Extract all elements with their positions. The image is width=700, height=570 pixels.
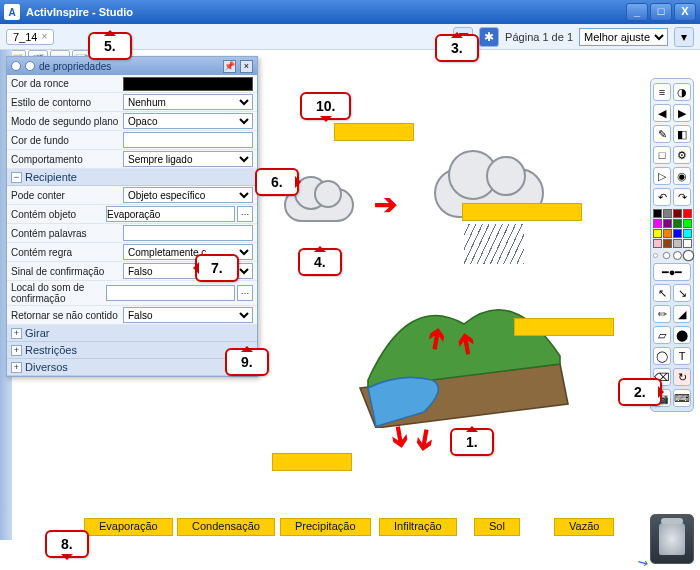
- color-swatch[interactable]: [683, 219, 692, 228]
- fill-tool-icon[interactable]: ⬤: [673, 326, 691, 344]
- color-swatch[interactable]: [673, 229, 682, 238]
- highlighter-tool-icon[interactable]: ◢: [673, 305, 691, 323]
- sound-location-input[interactable]: [106, 285, 235, 301]
- expand-icon[interactable]: +: [11, 345, 22, 356]
- toolbox-collapse-icon[interactable]: ◑: [673, 83, 691, 101]
- select-tool-icon[interactable]: ↖: [653, 284, 671, 302]
- zoom-dropdown-icon[interactable]: ▾: [674, 27, 694, 47]
- browse-object-button[interactable]: …: [237, 206, 253, 222]
- reset-tool-icon[interactable]: ↻: [673, 368, 691, 386]
- can-contain-select[interactable]: Objeto específico: [123, 187, 253, 203]
- drop-target[interactable]: [272, 453, 352, 471]
- trash-bin[interactable]: [650, 514, 694, 564]
- page-tab-close-icon[interactable]: ×: [41, 31, 47, 42]
- prop-label: Cor da ronce: [11, 78, 123, 89]
- drop-target[interactable]: [462, 203, 582, 221]
- page-tab[interactable]: 7_14 ×: [6, 29, 54, 45]
- slider-icon[interactable]: ━●━: [653, 263, 691, 281]
- color-swatches: [653, 209, 692, 248]
- word-label[interactable]: Condensação: [177, 518, 275, 536]
- redo-icon[interactable]: ↷: [673, 188, 691, 206]
- drop-target[interactable]: [334, 123, 414, 141]
- word-label[interactable]: Precipitação: [280, 518, 371, 536]
- color-swatch[interactable]: [673, 219, 682, 228]
- properties-panel-title: de propriedades: [39, 61, 219, 72]
- word-label[interactable]: Evaporação: [84, 518, 173, 536]
- next-page-icon[interactable]: ▶: [673, 104, 691, 122]
- contains-words-input[interactable]: [123, 225, 253, 241]
- color-swatch[interactable]: [683, 229, 692, 238]
- vote-icon[interactable]: ◉: [673, 167, 691, 185]
- close-button[interactable]: X: [674, 3, 696, 21]
- collapse-icon[interactable]: −: [11, 172, 22, 183]
- color-swatch[interactable]: [673, 239, 682, 248]
- color-swatch[interactable]: [653, 219, 662, 228]
- color-swatch[interactable]: [663, 219, 672, 228]
- color-swatch[interactable]: [683, 239, 692, 248]
- color-swatch-input[interactable]: [123, 77, 253, 91]
- resize-handle-icon[interactable]: ↘: [634, 553, 651, 570]
- outline-style-select[interactable]: Nenhum: [123, 94, 253, 110]
- prop-label: Cor de fundo: [11, 135, 123, 146]
- word-label[interactable]: Vazão: [554, 518, 614, 536]
- properties-panel-header[interactable]: de propriedades 📌 ×: [7, 57, 257, 75]
- browse-sound-button[interactable]: …: [237, 285, 253, 301]
- design-mode-icon[interactable]: ✎: [653, 125, 671, 143]
- shape-tool-icon[interactable]: ◯: [653, 347, 671, 365]
- background-mode-select[interactable]: Opaco: [123, 113, 253, 129]
- main-toolbox: ≡ ◑ ◀ ▶ ✎ ◧ □ ⚙ ▷ ◉ ↶ ↷ ━●━ ↖↘ ✏◢ ▱⬤ ◯T …: [650, 78, 694, 412]
- word-label[interactable]: Infiltração: [379, 518, 457, 536]
- background-color-input[interactable]: [123, 132, 253, 148]
- play-icon[interactable]: ▷: [653, 167, 671, 185]
- color-swatch[interactable]: [653, 239, 662, 248]
- word-label[interactable]: Sol: [474, 518, 520, 536]
- pin-icon[interactable]: 📌: [223, 60, 236, 73]
- prev-page-icon[interactable]: ◀: [653, 104, 671, 122]
- color-swatch[interactable]: [653, 229, 662, 238]
- connector-tool-icon[interactable]: ↘: [673, 284, 691, 302]
- color-picker-icon[interactable]: ◧: [673, 125, 691, 143]
- section-header-restricoes[interactable]: +Restrições: [7, 342, 257, 359]
- rain-icon: [464, 224, 524, 264]
- expand-icon[interactable]: +: [11, 328, 22, 339]
- window-title: ActivInspire - Studio: [26, 6, 133, 18]
- color-swatch[interactable]: [663, 239, 672, 248]
- panel-grip-icon[interactable]: [25, 61, 35, 71]
- annotate-desktop-icon[interactable]: □: [653, 146, 671, 164]
- text-tool-icon[interactable]: T: [673, 347, 691, 365]
- section-header-recipiente[interactable]: −Recipiente: [7, 169, 257, 186]
- callout-4: 4.: [298, 248, 342, 276]
- tools-menu-icon[interactable]: ⚙: [673, 146, 691, 164]
- keyboard-tool-icon[interactable]: ⌨: [673, 389, 691, 407]
- expand-icon[interactable]: +: [11, 362, 22, 373]
- toolbox-menu-icon[interactable]: ≡: [653, 83, 671, 101]
- prop-label: Contém objeto: [11, 209, 106, 220]
- color-swatch[interactable]: [663, 229, 672, 238]
- arrow-right-icon: ➔: [374, 188, 397, 221]
- contains-object-input[interactable]: [106, 206, 235, 222]
- drop-target[interactable]: [514, 318, 614, 336]
- stroke-width-picker[interactable]: [651, 251, 693, 260]
- color-swatch[interactable]: [663, 209, 672, 218]
- prop-label: Sinal de confirmação: [11, 266, 123, 277]
- panel-grip-icon[interactable]: [11, 61, 21, 71]
- callout-8: 8.: [45, 530, 89, 558]
- eraser-tool-icon[interactable]: ▱: [653, 326, 671, 344]
- maximize-button[interactable]: □: [650, 3, 672, 21]
- undo-icon[interactable]: ↶: [653, 188, 671, 206]
- pen-tool-icon[interactable]: ✏: [653, 305, 671, 323]
- color-swatch[interactable]: [653, 209, 662, 218]
- prop-label: Pode conter: [11, 190, 123, 201]
- behaviour-select[interactable]: Sempre ligado: [123, 151, 253, 167]
- minimize-button[interactable]: _: [626, 3, 648, 21]
- color-swatch[interactable]: [673, 209, 682, 218]
- section-header-girar[interactable]: +Girar: [7, 325, 257, 342]
- zoom-select[interactable]: Melhor ajuste: [579, 28, 668, 46]
- window-titlebar: A ActivInspire - Studio _ □ X: [0, 0, 700, 24]
- reset-page-icon[interactable]: ✱: [479, 27, 499, 47]
- prop-label: Retornar se não contido: [11, 310, 123, 321]
- color-swatch[interactable]: [683, 209, 692, 218]
- panel-close-icon[interactable]: ×: [240, 60, 253, 73]
- return-if-not-contained-select[interactable]: Falso: [123, 307, 253, 323]
- section-header-diversos[interactable]: +Diversos: [7, 359, 257, 376]
